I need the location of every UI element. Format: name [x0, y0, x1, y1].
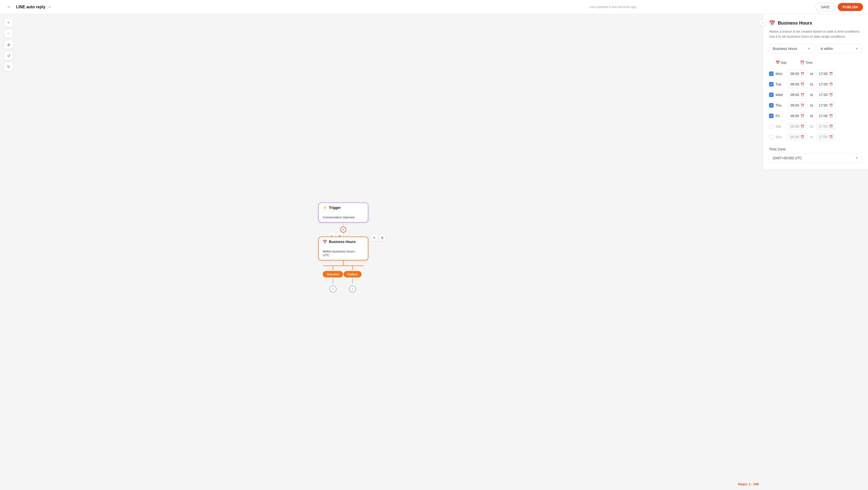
- start-clock-icon-sat: ⏰: [801, 125, 804, 128]
- failure-label[interactable]: Failure: [344, 271, 361, 278]
- failure-dashed-line: [352, 279, 353, 284]
- publish-button[interactable]: PUBLISH: [838, 3, 863, 11]
- steps-indicator: Steps: 1 / 100: [738, 482, 759, 486]
- panel-collapse-button[interactable]: ›: [759, 19, 766, 26]
- bh-icon: 📅: [323, 240, 327, 244]
- flow-diagram: ⚡ Trigger Conversation Opened + ⧉ 🗑: [318, 203, 368, 293]
- bh-node-wrapper: ⧉ 🗑 📅 Business Hours Within business hou…: [318, 237, 368, 261]
- end-clock-icon-fri: ⏰: [829, 114, 833, 118]
- start-time-mon[interactable]: 09:00 ⏰: [787, 70, 807, 78]
- end-time-value-mon: 17:00: [819, 72, 828, 76]
- bh-node[interactable]: 📅 Business Hours Within business hours -…: [318, 237, 368, 261]
- main-layout: + − ⊕ ↺ ↻ ⚡ Trigger Conversation Opened …: [0, 14, 868, 490]
- last-updated: Last updated a few seconds ago: [410, 5, 815, 9]
- page-title: LINE auto reply: [16, 5, 45, 9]
- right-panel: 📅 Business Hours Allows a branch to be c…: [763, 14, 868, 169]
- checkbox-sat[interactable]: [769, 124, 774, 128]
- day-column-header: 📅 Day: [776, 60, 798, 64]
- end-time-value-sat: 17:00: [819, 124, 828, 128]
- day-label-fri: Fri: [776, 114, 785, 118]
- left-toolbar: + − ⊕ ↺ ↻: [4, 18, 13, 71]
- checkbox-mon[interactable]: [769, 71, 774, 76]
- table-header: 📅 Day ⏰ Time: [769, 58, 862, 66]
- start-time-wed[interactable]: 09:00 ⏰: [787, 91, 807, 98]
- day-label-thu: Thu: [776, 103, 785, 107]
- condition-dropdown[interactable]: Business Hours ▼: [769, 44, 814, 53]
- copy-bh-button[interactable]: ⧉: [371, 234, 378, 241]
- start-time-value-mon: 09:00: [790, 72, 799, 76]
- add-success-step[interactable]: +: [330, 286, 337, 293]
- day-row-tue: Tue 09:00 ⏰ to 17:00 ⏰: [769, 79, 862, 89]
- checkbox-wed[interactable]: [769, 92, 774, 97]
- start-time-value-thu: 09:00: [790, 103, 799, 107]
- start-time-tue[interactable]: 09:00 ⏰: [787, 81, 807, 88]
- save-button[interactable]: SAVE: [815, 3, 835, 11]
- timezone-chevron: ▼: [855, 156, 858, 160]
- end-time-sat: 17:00 ⏰: [816, 123, 836, 130]
- end-time-value-sun: 17:00: [819, 135, 828, 139]
- checkbox-fri[interactable]: [769, 114, 774, 118]
- checkbox-thu[interactable]: [769, 103, 774, 108]
- trigger-title: Trigger: [329, 206, 341, 210]
- success-label[interactable]: Success: [323, 271, 343, 278]
- header-left: ← LINE auto reply ✏: [5, 3, 410, 11]
- start-time-sat: 09:00 ⏰: [787, 123, 807, 130]
- end-time-thu[interactable]: 17:00 ⏰: [816, 102, 836, 109]
- start-time-value-sun: 09:00: [790, 135, 799, 139]
- within-dropdown[interactable]: is within ▼: [817, 44, 862, 53]
- timezone-dropdown[interactable]: (GMT+00:00) UTC ▼: [769, 153, 862, 163]
- edit-icon[interactable]: ✏: [49, 5, 51, 9]
- zoom-in-button[interactable]: +: [4, 18, 13, 27]
- fit-button[interactable]: ⊕: [4, 40, 13, 49]
- end-time-tue[interactable]: 17:00 ⏰: [816, 81, 836, 88]
- redo-button[interactable]: ↻: [4, 62, 13, 71]
- bh-title: Business Hours: [329, 240, 356, 244]
- end-clock-icon-sat: ⏰: [829, 125, 833, 128]
- end-clock-icon-thu: ⏰: [829, 104, 833, 107]
- header-right: SAVE PUBLISH: [815, 3, 863, 11]
- trigger-connector: + ⧉ 🗑: [328, 223, 358, 237]
- steps-total: 100: [753, 482, 759, 486]
- header: ← LINE auto reply ✏ Last updated a few s…: [0, 0, 868, 14]
- to-label-mon: to: [809, 72, 814, 76]
- add-failure-step[interactable]: +: [349, 286, 356, 293]
- steps-label: Steps:: [738, 482, 748, 486]
- undo-button[interactable]: ↺: [4, 51, 13, 60]
- day-row-thu: Thu 09:00 ⏰ to 17:00 ⏰: [769, 100, 862, 111]
- end-clock-icon-mon: ⏰: [829, 72, 833, 76]
- day-label-sun: Sun: [776, 135, 785, 139]
- day-label-wed: Wed: [776, 93, 785, 97]
- start-time-fri[interactable]: 09:00 ⏰: [787, 112, 807, 120]
- start-clock-icon-wed: ⏰: [801, 93, 804, 96]
- timezone-section: Time Zone (GMT+00:00) UTC ▼: [769, 147, 862, 163]
- start-time-value-fri: 09:00: [790, 114, 799, 118]
- end-time-fri[interactable]: 17:00 ⏰: [816, 112, 836, 120]
- zoom-out-button[interactable]: −: [4, 29, 13, 38]
- timezone-label: Time Zone: [769, 147, 862, 151]
- to-label-fri: to: [809, 114, 814, 118]
- delete-bh-button[interactable]: 🗑: [379, 234, 386, 241]
- clock-icon: ⏰: [800, 60, 804, 64]
- start-time-value-wed: 09:00: [790, 93, 799, 97]
- start-clock-icon-tue: ⏰: [801, 83, 804, 86]
- day-row-mon: Mon 09:00 ⏰ to 17:00 ⏰: [769, 68, 862, 79]
- bh-body: Within business hours - UTC: [319, 247, 368, 260]
- canvas-area[interactable]: + − ⊕ ↺ ↻ ⚡ Trigger Conversation Opened …: [0, 14, 763, 490]
- start-time-thu[interactable]: 09:00 ⏰: [787, 102, 807, 109]
- branch-vertical-line: [343, 261, 344, 265]
- trigger-icon: ⚡: [323, 206, 327, 210]
- start-clock-icon-sun: ⏰: [801, 135, 804, 139]
- end-time-wed[interactable]: 17:00 ⏰: [816, 91, 836, 98]
- day-rows: Mon 09:00 ⏰ to 17:00 ⏰ Tue 09:00 ⏰ to 17…: [769, 68, 862, 142]
- back-button[interactable]: ←: [5, 3, 13, 11]
- end-time-value-thu: 17:00: [819, 103, 828, 107]
- start-clock-icon-fri: ⏰: [801, 114, 804, 118]
- right-panel-wrapper: › 📅 Business Hours Allows a branch to be…: [763, 14, 868, 490]
- add-step-button[interactable]: +: [340, 227, 346, 233]
- start-time-value-sat: 09:00: [790, 124, 799, 128]
- failure-branch: Failure +: [344, 266, 361, 293]
- day-label-mon: Mon: [776, 72, 785, 76]
- end-time-mon[interactable]: 17:00 ⏰: [816, 70, 836, 78]
- checkbox-tue[interactable]: [769, 82, 774, 87]
- checkbox-sun[interactable]: [769, 135, 774, 139]
